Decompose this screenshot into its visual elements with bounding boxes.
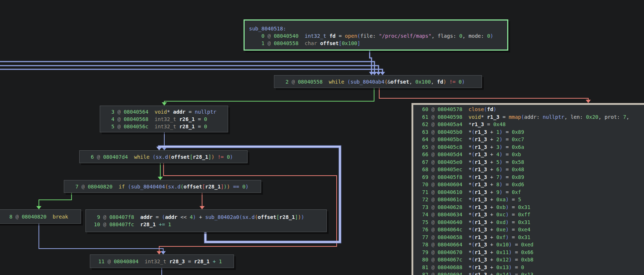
edge-incoming-left-2 [0,66,381,75]
code-line: 75 @ 08040640 *(r1_3 + 0xd) = 0x31 [422,219,644,226]
node-code: 3 @ 08040564 void* addr = nullptr 4 @ 08… [100,106,228,130]
code-line: 80 @ 0804067c *(r1_3 + 0x12) = 0xb8 [422,256,644,264]
code-line: 11 @ 08040804 int32_t r28_3 = r28_1 + 1 [98,258,234,265]
code-line: 62 @ 080405a4 *r1_3 = 0x48 [422,121,644,128]
code-line: 4 @ 08040568 int32_t r26_1 = 0 [108,115,228,123]
code-line: 70 @ 08040604 *(r1_3 + 8) = 0xd6 [422,181,644,188]
code-line: 6 @ 080407d4 while (sx.d(offset[r28_1]) … [88,153,247,161]
edge-while-read-true [162,88,374,106]
code-line: 60 @ 08040578 close(fd) [422,106,644,113]
edge-arrow [162,102,167,106]
node-code: sub_8040518: 0 @ 08040540 int32_t fd = o… [245,21,507,47]
graph-node-incr[interactable]: 11 @ 08040804 int32_t r28_3 = r28_1 + 1 [90,254,234,268]
node-code: 8 @ 08040820 break [0,210,81,220]
node-code: 6 @ 080407d4 while (sx.d(offset[r28_1]) … [80,151,247,161]
code-line: 64 @ 080405bc *(r1_3 + 2) = 0xc7 [422,136,644,143]
graph-node-accumulate[interactable]: 9 @ 080407f8 addr = (addr << 4) + sub_80… [85,209,327,232]
code-line: 69 @ 080405f8 *(r1_3 + 7) = 0x89 [422,173,644,181]
code-line: 82 @ 08040694 *(r1_3 + 0x14) = 0x13 [422,271,644,275]
code-line: 74 @ 08040634 *(r1_3 + 0xc) = 0xff [422,211,644,219]
code-line: 67 @ 080405e0 *(r1_3 + 5) = 0x58 [422,158,644,166]
edge-arrow [36,206,41,209]
code-line: 79 @ 08040670 *(r1_3 + 0x11) = 0x66 [422,249,644,256]
edge-arrow [380,72,385,75]
edge-entry-to-while-read [369,51,374,75]
code-line: 77 @ 08040658 *(r1_3 + 0xf) = 0x31 [422,234,644,241]
graph-node-init-vars[interactable]: 3 @ 08040564 void* addr = nullptr 4 @ 08… [100,106,228,132]
edge-arrow [586,100,591,103]
edge-arrow [156,147,162,150]
code-line: 10 @ 080407fc r28_1 += 1 [94,221,326,228]
node-code: 9 @ 080407f8 addr = (addr << 4) + sub_80… [86,210,326,228]
graph-node-if-hexcheck[interactable]: 7 @ 08040820 if (sub_8040404(sx.d(offset… [64,180,261,193]
graph-node-while-char[interactable]: 6 @ 080407d4 while (sx.d(offset[r28_1]) … [79,150,248,163]
edge-while-read-false [379,88,591,103]
edge-incoming-left-1 [0,62,377,75]
node-code: 2 @ 08040558 while (sub_8040ab4(&offset,… [274,76,482,85]
graph-node-break[interactable]: 8 @ 08040820 break [0,209,81,224]
edge-arrow [200,206,205,209]
node-code: 7 @ 08040820 if (sub_8040404(sx.d(offset… [64,180,261,190]
code-line: sub_8040518: [249,25,507,32]
code-line: 9 @ 080407f8 addr = (addr << 4) + sub_80… [94,213,326,221]
edge-arrow [376,72,381,75]
code-line: 66 @ 080405d4 *(r1_3 + 4) = 0xb [422,151,644,158]
code-line: 81 @ 08040688 *(r1_3 + 0x13) = 0 [422,264,644,271]
code-line: 73 @ 08040628 *(r1_3 + 0xb) = 0x31 [422,203,644,211]
code-line: 2 @ 08040558 while (sub_8040ab4(&offset,… [282,78,482,85]
code-line: 65 @ 080405c8 *(r1_3 + 3) = 0x6a [422,143,644,151]
code-line: 0 @ 08040540 int32_t fd = open(file: "/p… [249,32,507,40]
code-line: 1 @ 08040558 char offset[0x100] [249,40,507,47]
edge-if-true-break [36,192,72,209]
node-code: 60 @ 08040578 close(fd)61 @ 08040598 voi… [413,105,644,275]
graph-node-while-read[interactable]: 2 @ 08040558 while (sub_8040ab4(&offset,… [274,75,482,88]
graph-node-shellcode[interactable]: 60 @ 08040578 close(fd)61 @ 08040598 voi… [411,103,644,275]
edge-incoming-left-3 [0,69,385,75]
edge-arrow [161,251,166,254]
edge-arrow [158,177,163,180]
code-line: 7 @ 08040820 if (sub_8040404(sx.d(offset… [72,183,261,190]
node-code: 11 @ 08040804 int32_t r28_3 = r28_1 + 1 [90,255,234,265]
code-line: 8 @ 08040820 break [6,213,81,220]
edge-if-false-body [200,192,205,209]
code-line: 76 @ 0804064c *(r1_3 + 0xe) = 0xe4 [422,226,644,234]
edge-while-char-true [158,163,163,180]
code-line: 61 @ 08040598 void* r1_3 = mmap(addr: nu… [422,113,644,121]
code-line: 78 @ 08040664 *(r1_3 + 0x10) = 0xed [422,241,644,249]
edge-arrow [157,251,162,254]
code-line: 5 @ 0804056c int32_t r28_1 = 0 [108,123,228,130]
graph-node-entry[interactable]: sub_8040518: 0 @ 08040540 int32_t fd = o… [244,19,508,51]
code-line: 68 @ 080405ec *(r1_3 + 6) = 0x48 [422,166,644,173]
code-line: 72 @ 0804061c *(r1_3 + 0xa) = 5 [422,196,644,203]
code-line: 71 @ 08040610 *(r1_3 + 9) = 0xf [422,188,644,196]
code-line: 3 @ 08040564 void* addr = nullptr [108,108,228,115]
graph-canvas[interactable]: sub_8040518: 0 @ 08040540 int32_t fd = o… [0,0,644,275]
code-line: 63 @ 080405b0 *(r1_3 + 1) = 0x89 [422,128,644,136]
